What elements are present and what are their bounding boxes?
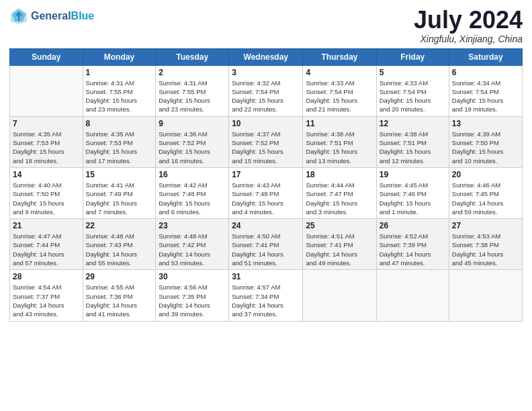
day-number: 6 (452, 68, 519, 77)
day-number: 11 (306, 119, 373, 128)
table-row (10, 65, 83, 116)
table-row: 23Sunrise: 4:48 AMSunset: 7:42 PMDayligh… (156, 219, 229, 270)
day-number: 2 (159, 68, 226, 77)
day-number: 5 (380, 68, 446, 77)
table-row: 11Sunrise: 4:38 AMSunset: 7:51 PMDayligh… (303, 116, 376, 167)
day-info: Sunrise: 4:38 AMSunset: 7:51 PMDaylight:… (306, 130, 373, 165)
day-number: 30 (159, 272, 226, 281)
table-row: 3Sunrise: 4:32 AMSunset: 7:54 PMDaylight… (229, 65, 303, 116)
day-number: 31 (232, 272, 300, 281)
table-row: 6Sunrise: 4:34 AMSunset: 7:54 PMDaylight… (449, 65, 522, 116)
table-row: 21Sunrise: 4:47 AMSunset: 7:44 PMDayligh… (10, 219, 83, 270)
day-info: Sunrise: 4:42 AMSunset: 7:48 PMDaylight:… (159, 181, 226, 216)
day-number: 8 (86, 119, 153, 128)
day-number: 9 (159, 119, 226, 128)
col-tuesday: Tuesday (156, 48, 229, 65)
table-row: 10Sunrise: 4:37 AMSunset: 7:52 PMDayligh… (229, 116, 303, 167)
day-info: Sunrise: 4:33 AMSunset: 7:54 PMDaylight:… (306, 79, 373, 114)
day-number: 19 (380, 170, 446, 179)
table-row (303, 270, 376, 321)
table-row: 7Sunrise: 4:35 AMSunset: 7:53 PMDaylight… (10, 116, 83, 167)
table-row: 5Sunrise: 4:33 AMSunset: 7:54 PMDaylight… (376, 65, 449, 116)
day-number: 13 (452, 119, 519, 128)
table-row: 18Sunrise: 4:44 AMSunset: 7:47 PMDayligh… (303, 167, 376, 218)
day-number: 23 (159, 221, 226, 230)
day-number: 7 (13, 119, 80, 128)
table-row (376, 270, 449, 321)
day-info: Sunrise: 4:38 AMSunset: 7:51 PMDaylight:… (380, 130, 446, 165)
table-row: 12Sunrise: 4:38 AMSunset: 7:51 PMDayligh… (376, 116, 449, 167)
day-info: Sunrise: 4:39 AMSunset: 7:50 PMDaylight:… (452, 130, 519, 165)
day-number: 21 (13, 221, 80, 230)
table-row: 2Sunrise: 4:31 AMSunset: 7:55 PMDaylight… (156, 65, 229, 116)
day-number: 4 (306, 68, 373, 77)
table-row: 17Sunrise: 4:43 AMSunset: 7:48 PMDayligh… (229, 167, 303, 218)
day-info: Sunrise: 4:31 AMSunset: 7:55 PMDaylight:… (86, 79, 153, 114)
logo-icon (9, 7, 28, 26)
table-row: 1Sunrise: 4:31 AMSunset: 7:55 PMDaylight… (83, 65, 156, 116)
table-row: 16Sunrise: 4:42 AMSunset: 7:48 PMDayligh… (156, 167, 229, 218)
title-block: July 2024 Xingfulu, Xinjiang, China (414, 7, 523, 44)
table-row: 20Sunrise: 4:46 AMSunset: 7:45 PMDayligh… (449, 167, 522, 218)
table-row: 19Sunrise: 4:45 AMSunset: 7:46 PMDayligh… (376, 167, 449, 218)
day-number: 12 (380, 119, 446, 128)
subtitle: Xingfulu, Xinjiang, China (414, 34, 523, 44)
day-info: Sunrise: 4:45 AMSunset: 7:46 PMDaylight:… (380, 181, 446, 216)
col-friday: Friday (376, 48, 449, 65)
table-row: 22Sunrise: 4:48 AMSunset: 7:43 PMDayligh… (83, 219, 156, 270)
page: GeneralBlue July 2024 Xingfulu, Xinjiang… (0, 0, 532, 411)
table-row: 28Sunrise: 4:54 AMSunset: 7:37 PMDayligh… (10, 270, 83, 321)
day-info: Sunrise: 4:44 AMSunset: 7:47 PMDaylight:… (306, 181, 373, 216)
day-number: 20 (452, 170, 519, 179)
logo-blue: Blue (71, 10, 95, 21)
table-row: 30Sunrise: 4:56 AMSunset: 7:35 PMDayligh… (156, 270, 229, 321)
day-info: Sunrise: 4:54 AMSunset: 7:37 PMDaylight:… (13, 283, 80, 318)
day-info: Sunrise: 4:48 AMSunset: 7:43 PMDaylight:… (86, 232, 153, 267)
table-row: 25Sunrise: 4:51 AMSunset: 7:41 PMDayligh… (303, 219, 376, 270)
day-info: Sunrise: 4:50 AMSunset: 7:41 PMDaylight:… (232, 232, 300, 267)
calendar-week-row: 14Sunrise: 4:40 AMSunset: 7:50 PMDayligh… (10, 167, 523, 218)
day-info: Sunrise: 4:41 AMSunset: 7:49 PMDaylight:… (86, 181, 153, 216)
day-info: Sunrise: 4:51 AMSunset: 7:41 PMDaylight:… (306, 232, 373, 267)
day-info: Sunrise: 4:37 AMSunset: 7:52 PMDaylight:… (232, 130, 300, 165)
header: GeneralBlue July 2024 Xingfulu, Xinjiang… (9, 7, 523, 44)
day-number: 29 (86, 272, 153, 281)
day-info: Sunrise: 4:34 AMSunset: 7:54 PMDaylight:… (452, 79, 519, 114)
calendar-week-row: 7Sunrise: 4:35 AMSunset: 7:53 PMDaylight… (10, 116, 523, 167)
day-number: 24 (232, 221, 300, 230)
day-number: 17 (232, 170, 300, 179)
day-number: 16 (159, 170, 226, 179)
day-info: Sunrise: 4:52 AMSunset: 7:39 PMDaylight:… (380, 232, 446, 267)
day-number: 28 (13, 272, 80, 281)
day-number: 25 (306, 221, 373, 230)
day-number: 15 (86, 170, 153, 179)
table-row: 9Sunrise: 4:36 AMSunset: 7:52 PMDaylight… (156, 116, 229, 167)
logo-general: General (31, 10, 71, 21)
day-info: Sunrise: 4:48 AMSunset: 7:42 PMDaylight:… (159, 232, 226, 267)
day-info: Sunrise: 4:43 AMSunset: 7:48 PMDaylight:… (232, 181, 300, 216)
logo-text: GeneralBlue (31, 10, 94, 22)
col-saturday: Saturday (449, 48, 522, 65)
day-info: Sunrise: 4:53 AMSunset: 7:38 PMDaylight:… (452, 232, 519, 267)
day-info: Sunrise: 4:35 AMSunset: 7:53 PMDaylight:… (86, 130, 153, 165)
day-number: 14 (13, 170, 80, 179)
calendar-week-row: 28Sunrise: 4:54 AMSunset: 7:37 PMDayligh… (10, 270, 523, 321)
day-number: 18 (306, 170, 373, 179)
day-info: Sunrise: 4:31 AMSunset: 7:55 PMDaylight:… (159, 79, 226, 114)
day-info: Sunrise: 4:55 AMSunset: 7:36 PMDaylight:… (86, 283, 153, 318)
day-info: Sunrise: 4:36 AMSunset: 7:52 PMDaylight:… (159, 130, 226, 165)
table-row: 4Sunrise: 4:33 AMSunset: 7:54 PMDaylight… (303, 65, 376, 116)
logo: GeneralBlue (9, 7, 94, 26)
calendar: Sunday Monday Tuesday Wednesday Thursday… (9, 48, 523, 322)
day-number: 10 (232, 119, 300, 128)
day-info: Sunrise: 4:57 AMSunset: 7:34 PMDaylight:… (232, 283, 300, 318)
calendar-week-row: 1Sunrise: 4:31 AMSunset: 7:55 PMDaylight… (10, 65, 523, 116)
day-info: Sunrise: 4:40 AMSunset: 7:50 PMDaylight:… (13, 181, 80, 216)
header-row: Sunday Monday Tuesday Wednesday Thursday… (10, 48, 523, 65)
table-row (449, 270, 522, 321)
day-info: Sunrise: 4:35 AMSunset: 7:53 PMDaylight:… (13, 130, 80, 165)
table-row: 26Sunrise: 4:52 AMSunset: 7:39 PMDayligh… (376, 219, 449, 270)
table-row: 8Sunrise: 4:35 AMSunset: 7:53 PMDaylight… (83, 116, 156, 167)
table-row: 27Sunrise: 4:53 AMSunset: 7:38 PMDayligh… (449, 219, 522, 270)
col-thursday: Thursday (303, 48, 376, 65)
